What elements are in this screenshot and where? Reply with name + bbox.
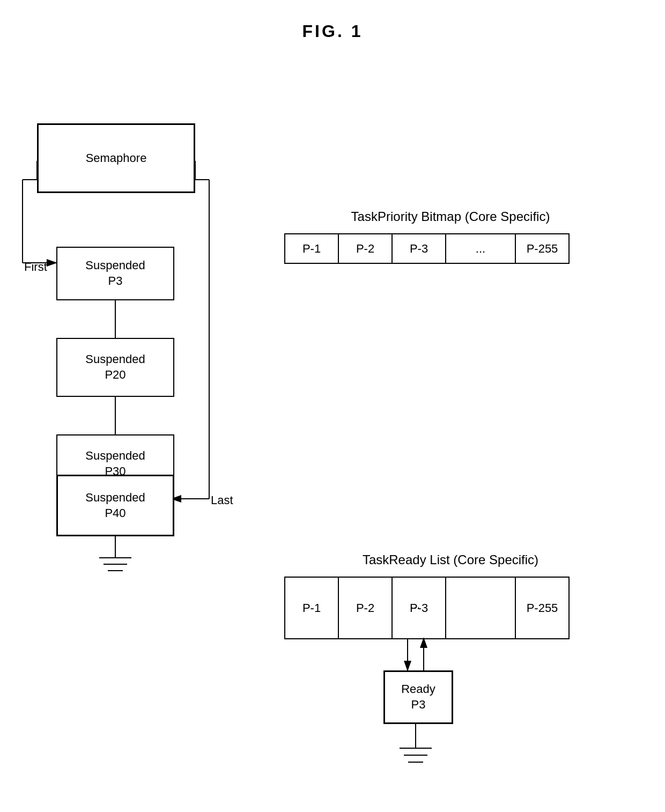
- bitmap-col-p255: P-255: [515, 234, 569, 263]
- semaphore-box: Semaphore: [37, 123, 195, 193]
- ready-list-title: TaskReady List (Core Specific): [284, 552, 617, 567]
- bitmap-col-p1: P-1: [285, 234, 338, 263]
- suspended-p40-box: SuspendedP40: [56, 475, 174, 536]
- bitmap-title: TaskPriority Bitmap (Core Specific): [284, 209, 617, 224]
- bitmap-col-dots: ...: [446, 234, 515, 263]
- ready-list-dots: ...: [410, 598, 420, 612]
- ready-col-p1: P-1: [285, 577, 338, 639]
- last-label: Last: [211, 493, 233, 507]
- ready-p3-box: ReadyP3: [383, 670, 453, 724]
- bitmap-table: P-1 P-2 P-3 ... P-255: [284, 233, 570, 264]
- suspended-p20-box: SuspendedP20: [56, 338, 174, 397]
- ready-col-p255: P-255: [515, 577, 569, 639]
- first-label: First: [24, 260, 47, 274]
- ready-col-p2: P-2: [338, 577, 392, 639]
- ready-list-table: P-1 P-2 P-3 P-255: [284, 577, 570, 639]
- suspended-p3-box: SuspendedP3: [56, 247, 174, 300]
- page-title: FIG. 1: [0, 0, 665, 41]
- bitmap-col-p2: P-2: [338, 234, 392, 263]
- bitmap-col-p3: P-3: [392, 234, 446, 263]
- ready-col-dots: [446, 577, 515, 639]
